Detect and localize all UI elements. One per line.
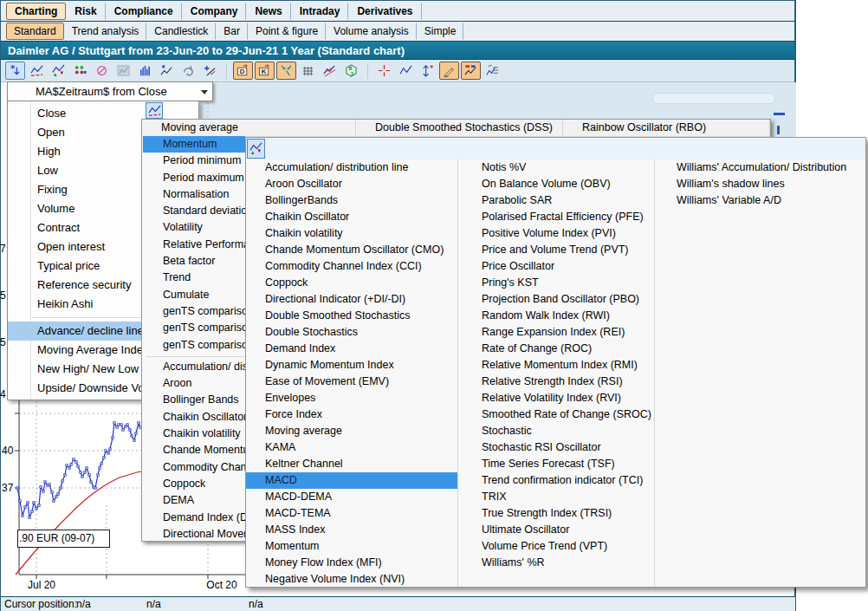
chart-tab-trend-analysis[interactable]: Trend analysis (64, 23, 147, 40)
indicator-item-directional-indicator-di-di[interactable]: Directional Indicator (+DI/-DI) (246, 291, 457, 308)
indicator-item-double-stochastics[interactable]: Double Stochastics (246, 324, 457, 341)
indicator-item-bollingerbands[interactable]: BollingerBands (246, 192, 457, 209)
time-shift-button[interactable] (178, 62, 198, 80)
indicator-item-stochastic[interactable]: Stochastic (458, 423, 654, 439)
indicator-item-accumulation-distribution-line[interactable]: Accumulation/ distribution line (246, 159, 457, 176)
indicator-list-button[interactable] (483, 62, 502, 80)
indicator-item-relative-strength-index-rsi[interactable]: Relative Strength Index (RSI) (458, 374, 654, 390)
indicator-item-relative-volatility-index-rvi[interactable]: Relative Volatility Index (RVI) (458, 390, 654, 406)
indicator-item-envelopes[interactable]: Envelopes (246, 390, 457, 406)
trend-signals-button[interactable] (49, 62, 68, 80)
indicator-item-relative-momentum-index-rmi[interactable]: Relative Momentum Index (RMI) (458, 357, 654, 374)
indicator-item-volume-price-trend-vpt[interactable]: Volume Price Trend (VPT) (458, 538, 654, 555)
moving-average-button[interactable] (27, 62, 47, 80)
crosshair-button[interactable] (374, 62, 394, 80)
indicator-item-macd-tema[interactable]: MACD-TEMA (246, 505, 457, 522)
add-study-button[interactable] (200, 62, 220, 80)
indicator-item-rate-of-change-roc[interactable]: Rate of Change (ROC) (458, 341, 654, 357)
indicator-item-force-index[interactable]: Force Index (246, 406, 457, 423)
menu-tab-company[interactable]: Company (182, 3, 247, 20)
indicator-item-keltner-channel[interactable]: Keltner Channel (246, 456, 457, 472)
auto-scale-button[interactable] (418, 62, 437, 80)
compress-scale-button[interactable] (276, 62, 296, 80)
source-menu-header[interactable]: MA$Zeitraum$ from Close (7, 81, 213, 101)
chart-tab-point-figure[interactable]: Point & figure (248, 23, 326, 40)
indicator-item-trend-confirmation-indicator-tci[interactable]: Trend confirmation indicator (TCI) (458, 472, 654, 489)
chart-tab-bar[interactable]: Bar (216, 23, 248, 40)
indicator-item-money-flow-index-mfi[interactable]: Money Flow Index (MFI) (246, 555, 457, 571)
pane-splitter-handle[interactable] (652, 93, 775, 104)
indicator-item-williams-r[interactable]: Williams' %R (458, 555, 654, 571)
indicator-item-notis-v[interactable]: Notis %V (458, 159, 654, 176)
indicator-item-demand-index[interactable]: Demand Index (246, 341, 457, 357)
recent-category-rainbow-oscillator-rbo[interactable]: Rainbow Oscillator (RBO) (563, 120, 770, 136)
indicator-item-parabolic-sar[interactable]: Parabolic SAR (458, 192, 654, 209)
chart-tab-simple[interactable]: Simple (417, 23, 464, 40)
indicator-item-william-s-shadow-lines[interactable]: William's shadow lines (655, 176, 865, 192)
indicator-item-random-walk-index-rwi[interactable]: Random Walk Index (RWI) (458, 308, 654, 324)
chart-tab-volume-analysis[interactable]: Volume analysis (326, 23, 417, 40)
indicator-item-ultimate-oscillator[interactable]: Ultimate Oscillator (458, 522, 654, 538)
new-indicator-button[interactable] (157, 62, 177, 80)
indicator-item-kama[interactable]: KAMA (246, 439, 457, 456)
menu-tab-risk[interactable]: Risk (66, 3, 105, 20)
popup-scroll-handle[interactable] (777, 126, 780, 134)
indicator-item-chaikin-oscillator[interactable]: Chaikin Oscillator (246, 209, 457, 225)
indicator-item-polarised-fractal-efficiency-pfe[interactable]: Polarised Fractal Efficiency (PFE) (458, 209, 654, 225)
indicator-item-commodity-channel-index-cci[interactable]: Commodity Channel Index (CCI) (246, 258, 457, 275)
chart-tab-candlestick[interactable]: Candlestick (146, 23, 216, 40)
indicator-item-negative-volume-index-nvi[interactable]: Negative Volume Index (NVI) (246, 571, 457, 588)
daily-interval-button[interactable]: D (233, 62, 253, 80)
indicator-item-dynamic-momentum-index[interactable]: Dynamic Momentum Index (246, 357, 457, 374)
indicator-item-double-smoothed-stochastics[interactable]: Double Smoothed Stochastics (246, 308, 457, 324)
indicator-item-ease-of-movement-emv[interactable]: Ease of Movement (EMV) (246, 374, 457, 390)
indicator-item-pring-s-kst[interactable]: Pring's KST (458, 275, 654, 291)
indicator-item-smoothed-rate-of-change-sroc[interactable]: Smoothed Rate of Change (SROC) (458, 406, 654, 423)
insert-indicator-button[interactable] (5, 62, 25, 80)
indicator-item-momentum[interactable]: Momentum (246, 538, 457, 555)
remove-drawing-button[interactable] (92, 62, 112, 80)
toggle-grid-button[interactable] (298, 62, 318, 80)
zigzag-tool-button[interactable] (396, 62, 416, 80)
indicator-item-williams-variable-a-d[interactable]: Williams' Variable A/D (655, 192, 865, 209)
indicator-item-williams-accumulation-distribution[interactable]: Williams' Accumulation/ Distribution (655, 159, 865, 176)
category-menu-recent-row: Moving averageDouble Smoothed Stochastic… (142, 120, 770, 137)
indicator-item-macd[interactable]: MACD (246, 472, 457, 489)
indicator-item-macd-dema[interactable]: MACD-DEMA (246, 489, 457, 505)
indicator-item-projection-band-oscillator-pbo[interactable]: Projection Band Oscillator (PBO) (458, 291, 654, 308)
recent-category-moving-average[interactable]: Moving average (142, 120, 356, 136)
chart-tab-standard[interactable]: Standard (6, 23, 64, 40)
indicator-item-chaikin-volatility[interactable]: Chaikin volatility (246, 225, 457, 242)
support-resistance-button[interactable] (461, 62, 481, 80)
menu-tab-news[interactable]: News (246, 3, 290, 20)
quote-matrix-button[interactable] (70, 62, 90, 80)
indicator-item-stochastic-rsi-oscillator[interactable]: Stochastic RSI Oscillator (458, 439, 654, 456)
trend-channel-button[interactable] (320, 62, 340, 80)
indicator-item-time-series-forecast-tsf[interactable]: Time Series Forecast (TSF) (458, 456, 654, 472)
draw-line-button[interactable] (439, 62, 459, 80)
chart-style-disabled-button[interactable] (113, 62, 133, 80)
recent-category-double-smoothed-stochastics-dss[interactable]: Double Smoothed Stochastics (DSS) (356, 120, 563, 136)
indicator-item-chande-momentum-oscillator-cmo[interactable]: Chande Momentum Oscillator (CMO) (246, 242, 457, 258)
indicator-item-mass-index[interactable]: MASS Index (246, 522, 457, 538)
volume-histogram-button[interactable] (135, 62, 155, 80)
menu-tab-charting[interactable]: Charting (6, 3, 66, 20)
indicator-item-moving-average[interactable]: Moving average (246, 423, 457, 439)
menu-tab-intraday[interactable]: Intraday (291, 3, 349, 20)
indicator-item-trix[interactable]: TRIX (458, 489, 654, 505)
indicator-item-aroon-oscillator[interactable]: Aroon Oscillator (246, 176, 457, 192)
menu-tab-compliance[interactable]: Compliance (106, 3, 182, 20)
y-axis-label: 37 (2, 482, 13, 494)
indicator-item-on-balance-volume-obv[interactable]: On Balance Volume (OBV) (458, 176, 654, 192)
popup-minimize-icon[interactable] (774, 113, 785, 115)
indicator-item-price-oscillator[interactable]: Price Oscillator (458, 258, 654, 275)
candle-interval-button[interactable]: K (255, 62, 275, 80)
indicator-item-positive-volume-index-pvi[interactable]: Positive Volume Index (PVI) (458, 225, 654, 242)
category-item-momentum[interactable]: Momentum (143, 136, 245, 153)
indicator-item-coppock[interactable]: Coppock (246, 275, 457, 291)
indicator-item-true-strength-index-trsi[interactable]: True Strength Index (TRSI) (458, 505, 654, 522)
menu-tab-derivatives[interactable]: Derivatives (348, 3, 421, 20)
indicator-item-price-and-volume-trend-pvt[interactable]: Price and Volume Trend (PVT) (458, 242, 654, 258)
buy-sell-signals-button[interactable]: BS (341, 62, 361, 80)
indicator-item-range-expansion-index-rei[interactable]: Range Expansion Index (REI) (458, 324, 654, 341)
